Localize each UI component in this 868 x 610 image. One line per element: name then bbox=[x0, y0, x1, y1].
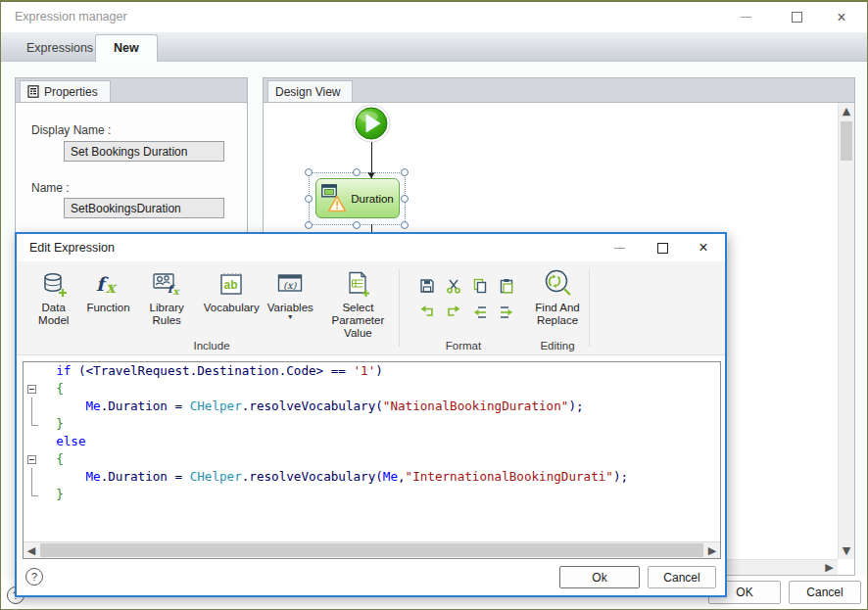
warning-icon bbox=[327, 195, 347, 212]
selection-handle[interactable] bbox=[305, 195, 313, 203]
redo-icon bbox=[446, 305, 461, 320]
window-title: Expression manager bbox=[15, 10, 127, 23]
library-rules-label: Library Rules bbox=[138, 302, 196, 327]
minimize-button[interactable] bbox=[726, 2, 765, 32]
outdent-button[interactable] bbox=[467, 300, 493, 325]
function-button[interactable]: f x Function bbox=[82, 265, 133, 314]
save-button[interactable] bbox=[414, 273, 440, 299]
close-button[interactable]: × bbox=[822, 2, 861, 32]
design-view-header: Design View bbox=[263, 77, 855, 102]
minimize-icon bbox=[614, 248, 625, 249]
vertical-scroll-thumb[interactable] bbox=[841, 121, 852, 161]
maximize-icon bbox=[657, 243, 668, 254]
data-model-button[interactable]: Data Model bbox=[24, 265, 82, 327]
include-group: Data Model f x Function bbox=[24, 261, 399, 354]
scroll-right-icon[interactable]: ▶ bbox=[704, 542, 720, 558]
design-vertical-scrollbar[interactable]: ▲ ▼ bbox=[838, 103, 854, 559]
duration-node[interactable]: Duration bbox=[315, 178, 400, 218]
selection-handle[interactable] bbox=[305, 221, 313, 229]
scroll-right-icon[interactable]: ▶ bbox=[821, 560, 838, 575]
selection-handle[interactable] bbox=[353, 221, 361, 229]
redo-button[interactable] bbox=[441, 300, 466, 325]
vocabulary-button[interactable]: ab Vocabulary bbox=[200, 265, 264, 314]
close-icon: × bbox=[699, 240, 707, 256]
outdent-icon bbox=[472, 305, 488, 320]
copy-icon bbox=[472, 278, 488, 294]
variables-button[interactable]: (x) Variables ▾ bbox=[264, 265, 317, 320]
dialog-titlebar: Edit Expression × bbox=[17, 234, 725, 261]
editor-horizontal-scrollbar[interactable]: ◀ ▶ bbox=[24, 541, 720, 558]
svg-text:ab: ab bbox=[224, 278, 238, 292]
ribbon-separator bbox=[589, 269, 590, 347]
editor-scroll-thumb[interactable] bbox=[40, 543, 703, 557]
format-group: Format bbox=[401, 261, 526, 354]
duration-node-label: Duration bbox=[348, 179, 397, 217]
start-node[interactable] bbox=[352, 104, 391, 143]
scroll-left-icon[interactable]: ◀ bbox=[24, 542, 39, 558]
selection-handle[interactable] bbox=[401, 221, 409, 229]
name-label: Name : bbox=[31, 181, 70, 195]
find-replace-button[interactable]: Find And Replace bbox=[529, 265, 586, 327]
maximize-button[interactable] bbox=[777, 2, 816, 32]
copy-button[interactable] bbox=[467, 273, 493, 299]
design-view-tab[interactable]: Design View bbox=[267, 80, 353, 102]
svg-text:x: x bbox=[173, 286, 181, 297]
selection-handle[interactable] bbox=[305, 168, 313, 176]
select-parameter-button[interactable]: Select Parameter Value bbox=[317, 265, 399, 340]
variables-icon: (x) bbox=[276, 268, 304, 300]
dialog-footer: ? Ok Cancel bbox=[17, 559, 725, 595]
variables-dropdown-icon: ▾ bbox=[288, 314, 292, 320]
dialog-minimize-button[interactable] bbox=[600, 234, 639, 261]
main-titlebar: Expression manager × bbox=[1, 2, 867, 32]
close-icon: × bbox=[837, 10, 845, 25]
name-field[interactable] bbox=[64, 198, 224, 218]
select-parameter-icon bbox=[344, 268, 371, 300]
expression-editor: if (<TravelRequest.Destination.Code> == … bbox=[23, 361, 721, 559]
selection-handle[interactable] bbox=[353, 168, 361, 176]
design-view-tab-label: Design View bbox=[275, 85, 340, 99]
edit-expression-dialog: Edit Expression × bbox=[15, 232, 727, 597]
svg-text:(x): (x) bbox=[283, 280, 298, 291]
selection-handle[interactable] bbox=[401, 195, 409, 203]
function-icon: f x bbox=[92, 268, 123, 300]
dialog-title: Edit Expression bbox=[29, 241, 115, 255]
indent-button[interactable] bbox=[494, 300, 519, 325]
cut-icon bbox=[446, 278, 461, 294]
expression-manager-window: Expression manager × Expressions New Pro… bbox=[0, 0, 868, 610]
function-label: Function bbox=[86, 302, 129, 314]
cut-button[interactable] bbox=[441, 273, 466, 299]
include-group-label: Include bbox=[24, 340, 399, 352]
code-lines[interactable]: if (<TravelRequest.Destination.Code> == … bbox=[24, 362, 720, 541]
find-replace-label: Find And Replace bbox=[533, 302, 582, 327]
save-icon bbox=[419, 278, 435, 294]
paste-button[interactable] bbox=[494, 273, 519, 299]
svg-text:x: x bbox=[106, 278, 118, 297]
dialog-help-button[interactable]: ? bbox=[25, 568, 43, 586]
properties-tab[interactable]: Properties bbox=[20, 80, 111, 102]
dialog-maximize-button[interactable] bbox=[643, 234, 682, 261]
indent-icon bbox=[499, 305, 514, 320]
format-group-label: Format bbox=[401, 340, 526, 352]
display-name-label: Display Name : bbox=[31, 123, 111, 137]
display-name-field[interactable] bbox=[64, 141, 224, 162]
vocabulary-icon: ab bbox=[217, 268, 245, 300]
maximize-icon bbox=[792, 12, 802, 23]
dialog-close-button[interactable]: × bbox=[684, 234, 723, 261]
undo-button[interactable] bbox=[414, 300, 440, 325]
data-model-label: Data Model bbox=[28, 302, 78, 327]
dialog-ok-button[interactable]: Ok bbox=[559, 566, 640, 588]
scroll-up-icon[interactable]: ▲ bbox=[839, 103, 854, 119]
dialog-ribbon: Data Model f x Function bbox=[17, 261, 725, 355]
dialog-cancel-button[interactable]: Cancel bbox=[648, 566, 716, 588]
properties-panel-header: Properties bbox=[15, 77, 248, 102]
play-icon bbox=[352, 104, 391, 143]
library-rules-button[interactable]: f x Library Rules bbox=[134, 265, 200, 327]
tab-new[interactable]: New bbox=[95, 34, 158, 63]
selection-handle[interactable] bbox=[401, 168, 409, 176]
editing-group-label: Editing bbox=[529, 340, 586, 352]
vocabulary-label: Vocabulary bbox=[204, 302, 260, 314]
select-parameter-label: Select Parameter Value bbox=[321, 302, 395, 340]
main-cancel-button[interactable]: Cancel bbox=[789, 581, 861, 604]
scroll-down-icon[interactable]: ▼ bbox=[839, 542, 854, 559]
find-replace-icon bbox=[541, 268, 574, 300]
